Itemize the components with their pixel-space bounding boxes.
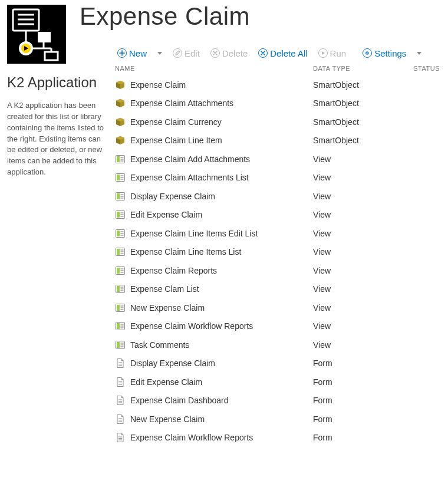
row-name-cell: Edit Expense Claim — [115, 377, 313, 387]
item-list: Expense ClaimSmartObject Expense Claim A… — [115, 75, 442, 447]
table-row[interactable]: Expense Claim CurrencySmartObject — [115, 113, 442, 131]
view-icon — [115, 209, 126, 220]
row-type-cell: View — [313, 247, 396, 256]
row-type-cell: Form — [313, 377, 396, 387]
svg-rect-75 — [117, 323, 120, 329]
x-circle-icon — [258, 48, 268, 58]
view-icon — [115, 228, 126, 239]
table-row[interactable]: Expense Clam ListView — [115, 280, 442, 299]
app-workflow-icon — [7, 5, 66, 64]
row-name: Expense Claim Workflow Reports — [130, 433, 253, 442]
column-type-header[interactable]: DATA TYPE — [313, 65, 396, 72]
svg-rect-40 — [117, 193, 120, 199]
row-type-cell: View — [313, 340, 396, 350]
svg-rect-35 — [117, 175, 120, 180]
row-name: New Expense Claim — [130, 303, 205, 312]
gear-circle-icon — [363, 48, 372, 58]
row-name: Expense Claim Dashboard — [130, 396, 229, 405]
row-name: Expense Claim Line Item — [130, 136, 222, 145]
table-row[interactable]: Expense Claim DashboardForm — [115, 392, 442, 410]
table-row[interactable]: New Expense ClaimView — [115, 298, 442, 317]
view-icon — [115, 154, 126, 165]
form-icon — [115, 432, 126, 443]
settings-dropdown[interactable] — [414, 52, 424, 55]
run-button[interactable]: Run — [316, 47, 349, 59]
row-name: Expense Claim Attachments — [130, 98, 233, 108]
edit-button[interactable]: Edit — [170, 47, 202, 59]
row-name: Expense Claim Reports — [130, 266, 217, 275]
row-name-cell: Expense Claim Currency — [115, 117, 313, 127]
row-name-cell: Expense Claim Reports — [115, 265, 313, 276]
row-name: Expense Claim — [130, 80, 186, 90]
table-row[interactable]: Task CommentsView — [115, 335, 442, 354]
row-name-cell: Expense Claim Attachments — [115, 98, 313, 108]
row-name: Expense Claim Workflow Reports — [130, 321, 253, 331]
table-row[interactable]: Expense Claim Attachments ListView — [115, 169, 442, 187]
row-type-cell: View — [313, 210, 396, 219]
new-dropdown[interactable] — [155, 52, 164, 55]
row-type-cell: SmartObject — [313, 80, 396, 90]
table-row[interactable]: Expense Claim Line Items Edit ListView — [115, 224, 442, 243]
delete-all-button[interactable]: Delete All — [256, 47, 309, 59]
svg-rect-55 — [117, 249, 120, 255]
svg-rect-65 — [117, 286, 120, 292]
row-name-cell: Expense Claim Workflow Reports — [115, 321, 313, 331]
row-name-cell: Expense Clam List — [115, 284, 313, 294]
row-name-cell: Expense Claim Attachments List — [115, 172, 313, 183]
sidebar: K2 Application A K2 application has been… — [0, 0, 115, 447]
sidebar-description: A K2 application has been created for th… — [7, 100, 110, 178]
x-circle-icon — [210, 48, 220, 58]
column-name-header[interactable]: NAME — [115, 65, 313, 72]
edit-button-label: Edit — [185, 49, 200, 58]
table-row[interactable]: Edit Expense ClaimView — [115, 206, 442, 225]
row-name-cell: Task Comments — [115, 340, 313, 350]
svg-rect-50 — [117, 231, 120, 236]
form-icon — [115, 377, 126, 387]
main: Expense Claim New Edit — [115, 0, 448, 447]
row-type-cell: View — [313, 229, 396, 238]
new-button-label: New — [129, 49, 147, 58]
table-row[interactable]: Expense Claim Workflow ReportsView — [115, 317, 442, 336]
run-button-label: Run — [330, 49, 347, 58]
table-row[interactable]: Expense Claim ReportsView — [115, 261, 442, 280]
table-row[interactable]: Display Expense ClaimForm — [115, 354, 442, 373]
table-row[interactable]: Expense Claim Workflow ReportsForm — [115, 429, 442, 448]
row-name: Expense Clam List — [130, 284, 199, 294]
row-name: Expense Claim Attachments List — [130, 173, 249, 182]
row-type-cell: Form — [313, 396, 396, 405]
row-type-cell: SmartObject — [313, 117, 396, 127]
row-type-cell: Form — [313, 358, 396, 368]
row-name-cell: Expense Claim Add Attachments — [115, 154, 313, 165]
row-type-cell: SmartObject — [313, 98, 396, 108]
delete-button[interactable]: Delete — [208, 47, 250, 59]
table-row[interactable]: Expense Claim Line ItemSmartObject — [115, 131, 442, 150]
smartobject-icon — [115, 80, 126, 90]
view-icon — [115, 302, 126, 313]
sidebar-heading: K2 Application — [7, 74, 110, 91]
settings-button[interactable]: Settings — [360, 47, 409, 59]
table-row[interactable]: Expense Claim Line Items ListView — [115, 243, 442, 262]
row-name-cell: Display Expense Claim — [115, 191, 313, 202]
new-button[interactable]: New — [115, 47, 149, 59]
row-name-cell: New Expense Claim — [115, 414, 313, 425]
row-name: Display Expense Claim — [130, 192, 215, 201]
row-name: Edit Expense Claim — [130, 210, 202, 219]
table-row[interactable]: Expense Claim Add AttachmentsView — [115, 150, 442, 169]
row-name: Edit Expense Claim — [130, 377, 202, 387]
view-icon — [115, 265, 126, 276]
table-row[interactable]: Expense ClaimSmartObject — [115, 75, 442, 94]
play-circle-icon — [318, 48, 328, 58]
row-name-cell: Expense Claim Dashboard — [115, 395, 313, 406]
form-icon — [115, 395, 126, 406]
table-row[interactable]: Edit Expense ClaimForm — [115, 373, 442, 392]
caret-down-icon — [157, 52, 162, 55]
table-row[interactable]: New Expense ClaimForm — [115, 410, 442, 429]
table-row[interactable]: Display Expense ClaimView — [115, 187, 442, 206]
table-row[interactable]: Expense Claim AttachmentsSmartObject — [115, 94, 442, 113]
row-name-cell: Edit Expense Claim — [115, 209, 313, 220]
column-status-header[interactable]: STATUS — [396, 65, 442, 72]
view-icon — [115, 246, 126, 257]
row-name-cell: Expense Claim Line Items Edit List — [115, 228, 313, 239]
svg-point-16 — [367, 52, 368, 54]
delete-button-label: Delete — [222, 49, 248, 58]
